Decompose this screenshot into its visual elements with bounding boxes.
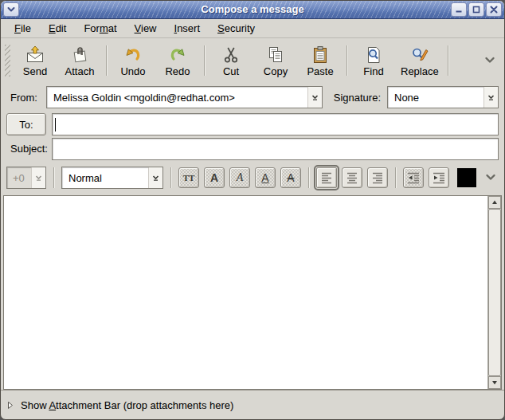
paste-button[interactable]: Paste: [298, 40, 343, 81]
find-button[interactable]: Find: [351, 40, 396, 81]
align-center-button[interactable]: [342, 167, 362, 188]
chevron-down-icon: [483, 53, 496, 66]
to-input[interactable]: [56, 114, 495, 135]
toolbar-drag-handle[interactable]: [5, 45, 10, 77]
chevron-down-icon: [484, 171, 497, 183]
send-button[interactable]: Send: [13, 40, 57, 81]
attach-button[interactable]: Attach: [57, 40, 102, 81]
subject-input[interactable]: [55, 139, 495, 159]
menu-view[interactable]: View: [126, 19, 166, 37]
combo-arrow-icon: [311, 93, 319, 101]
italic-button: A: [229, 167, 250, 188]
message-editor[interactable]: [4, 196, 487, 389]
bold-glyph: A: [210, 171, 218, 184]
menubar: File Edit Format View Insert Security: [1, 19, 504, 38]
signature-select-arrow[interactable]: [483, 87, 498, 108]
paste-icon: [311, 45, 330, 65]
window-title: Compose a message: [1, 3, 504, 15]
cut-button[interactable]: Cut: [209, 40, 253, 81]
minimize-button[interactable]: [451, 2, 467, 17]
format-separator: [308, 167, 309, 188]
indent-button[interactable]: [429, 167, 449, 188]
combo-arrow-icon: [487, 93, 495, 101]
unindent-icon: [406, 171, 421, 185]
maximize-icon: [472, 5, 481, 14]
format-separator: [53, 167, 54, 188]
undo-button[interactable]: Undo: [111, 40, 155, 81]
close-button[interactable]: [486, 2, 502, 17]
typewriter-glyph: TT: [183, 173, 195, 183]
copy-button[interactable]: Copy: [253, 40, 298, 81]
paragraph-style-value: Normal: [62, 167, 148, 188]
minimize-icon: [454, 5, 464, 14]
menu-insert[interactable]: Insert: [166, 19, 209, 37]
format-overflow-button[interactable]: [483, 169, 499, 187]
redo-button[interactable]: Redo: [155, 40, 200, 81]
to-button[interactable]: To:: [6, 113, 46, 135]
maximize-button[interactable]: [468, 2, 484, 17]
from-label: From:: [6, 92, 46, 104]
italic-glyph: A: [237, 171, 244, 184]
replace-icon: [410, 45, 429, 65]
scrollbar-thumb[interactable]: [488, 209, 501, 376]
attachment-bar-toggle[interactable]: Show Attachment Bar (drop attachments he…: [1, 390, 504, 419]
signature-label: Signature:: [334, 92, 381, 104]
combo-arrow-icon: [34, 174, 43, 182]
align-left-icon: [319, 171, 334, 185]
subject-field-wrap: [52, 138, 499, 160]
vertical-scrollbar: [487, 196, 501, 389]
send-icon: [25, 45, 45, 65]
to-row: To:: [1, 112, 504, 137]
font-size-value: +0: [7, 167, 31, 188]
message-body-area: [3, 195, 502, 390]
subject-row: Subject:: [1, 137, 504, 160]
signature-value: None: [388, 87, 483, 108]
align-center-icon: [345, 171, 359, 185]
to-button-label: To:: [19, 119, 33, 131]
combo-arrow-icon: [151, 174, 160, 182]
find-icon: [364, 45, 383, 65]
compose-window: Compose a message File Edit Format View …: [0, 0, 505, 420]
attach-icon: [70, 45, 89, 65]
toolbar-overflow-button[interactable]: [480, 50, 499, 72]
titlebar: Compose a message: [1, 1, 504, 19]
expander-triangle-icon: [7, 401, 14, 410]
from-select[interactable]: Melissa Goldin <mgoldin@redhat.com>: [46, 86, 323, 108]
paragraph-style-select-arrow[interactable]: [148, 167, 162, 188]
format-toolbar: +0 Normal TT A A A A: [1, 160, 504, 195]
toolbar-separator: [448, 45, 448, 76]
toolbar-separator: [106, 45, 107, 76]
copy-icon: [266, 45, 285, 65]
typewriter-button: TT: [178, 167, 199, 188]
align-left-button[interactable]: [316, 167, 337, 188]
menu-edit[interactable]: Edit: [40, 19, 75, 37]
toolbar-separator: [346, 45, 347, 76]
attachment-bar-label: Show Attachment Bar (drop attachments he…: [21, 399, 233, 411]
close-icon: [489, 5, 499, 14]
underline-glyph: A: [261, 171, 268, 184]
format-separator: [395, 167, 396, 188]
from-row: From: Melissa Goldin <mgoldin@redhat.com…: [1, 83, 504, 112]
strikethrough-glyph: A: [287, 171, 294, 184]
undo-icon: [123, 45, 143, 65]
menu-security[interactable]: Security: [209, 19, 264, 37]
to-field-wrap: [52, 113, 499, 135]
arrow-down-icon: [491, 379, 498, 386]
text-color-button[interactable]: [457, 168, 476, 187]
unindent-button: [403, 167, 424, 188]
menu-format[interactable]: Format: [75, 19, 125, 37]
scroll-up-button[interactable]: [488, 196, 501, 209]
font-size-select-arrow: [31, 167, 45, 188]
signature-select[interactable]: None: [387, 86, 499, 108]
menu-file[interactable]: File: [6, 19, 40, 37]
toolbar-separator: [204, 45, 205, 76]
replace-button[interactable]: Replace: [396, 40, 444, 81]
font-size-select: +0: [6, 167, 46, 189]
align-right-button[interactable]: [367, 167, 388, 188]
paragraph-style-select[interactable]: Normal: [61, 167, 163, 189]
from-select-arrow[interactable]: [307, 87, 322, 108]
strikethrough-button: A: [280, 167, 301, 188]
scroll-down-button[interactable]: [488, 376, 501, 389]
format-separator: [170, 167, 171, 188]
redo-icon: [168, 45, 187, 65]
